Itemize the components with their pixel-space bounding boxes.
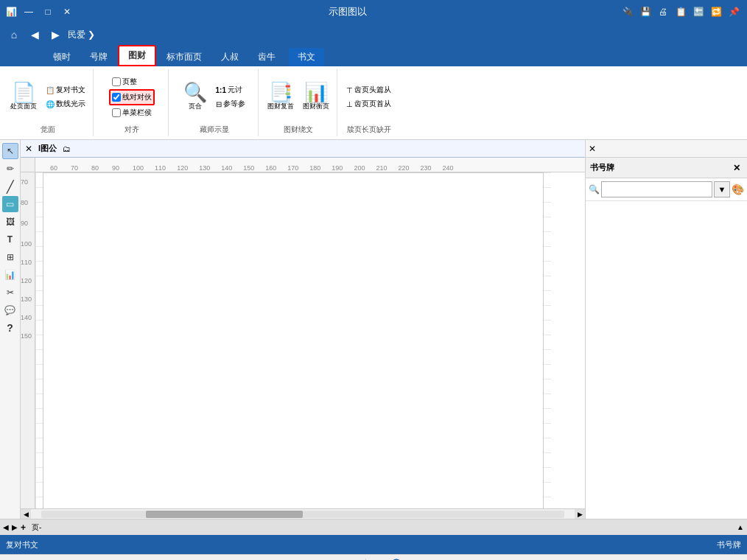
ribbon-group-show: 页整 线对对伙 单菜栏侯 对齐: [95, 69, 169, 136]
page-num-icon: 📊: [304, 83, 328, 102]
scroll-right-btn[interactable]: ▶: [575, 509, 585, 519]
tool-clip[interactable]: ✂: [2, 284, 18, 301]
nav-forward-icon[interactable]: ▶: [47, 27, 63, 43]
tab-insert[interactable]: 号牌: [81, 48, 116, 66]
title-icon-save[interactable]: 💾: [638, 4, 653, 19]
zoom-icon: 🔍: [183, 83, 207, 102]
tool-rect[interactable]: ▭: [2, 196, 18, 212]
tool-pen[interactable]: ✏: [2, 161, 18, 177]
tool-help[interactable]: ?: [2, 320, 18, 336]
ribbon: 📄 处页面页 📋 复对书文 🌐 数线光示 觉面 页整: [0, 66, 747, 140]
right-panel-content: [586, 201, 747, 519]
right-panel-title: 书号牌: [590, 162, 614, 173]
h-scrollbar[interactable]: [41, 511, 564, 518]
tool-select[interactable]: ↖: [2, 143, 18, 159]
header-footer-btn[interactable]: 📑 图财复首: [264, 81, 297, 113]
canvas-topbar-close[interactable]: ✕: [25, 144, 32, 154]
first-page-footer-btn[interactable]: ⊥ 齿页页首从: [343, 97, 394, 111]
title-icon-undo[interactable]: 🔙: [691, 4, 706, 19]
gridlines-label: 线对对伙: [122, 92, 152, 102]
zoom-btn[interactable]: 🔍 页合: [180, 81, 210, 113]
ribbon-group-page-setup: ⊤ 齿页头篇从 ⊥ 齿页页首从 牍页长页缺开: [339, 69, 399, 136]
title-btn-maximize[interactable]: □: [41, 4, 55, 19]
tab-view[interactable]: 图财: [118, 45, 156, 66]
ruler-checkbox[interactable]: [112, 77, 121, 86]
ribbon-group-zoom-content: 🔍 页合 1:1 元讨 ⊟ 参等参: [180, 71, 248, 123]
review-label: 复对书文: [56, 85, 85, 95]
multi-page-btn[interactable]: ⊟ 参等参: [213, 97, 248, 111]
title-icon-clipboard[interactable]: 📋: [673, 4, 688, 19]
page-num-label: 图财衡页: [303, 102, 329, 111]
title-icon-plugin[interactable]: 🔌: [620, 4, 635, 19]
ps-col: ⊤ 齿页头篇从 ⊥ 齿页页首从: [343, 83, 394, 111]
tab-help[interactable]: 齿牛: [249, 48, 284, 66]
view-icon-grid[interactable]: ⊞: [3, 557, 18, 561]
ruler-label: 页整: [122, 77, 137, 87]
title-icon-redo[interactable]: 🔁: [709, 4, 723, 19]
review-btn[interactable]: 📋 复对书文: [43, 83, 88, 97]
page-num-btn[interactable]: 📊 图财衡页: [300, 81, 332, 113]
page-current-label: 页-: [32, 522, 41, 533]
ribbon-group-hf-label: 图财绕文: [264, 125, 332, 135]
right-panel-close-icon[interactable]: ✕: [731, 162, 743, 174]
tab-home[interactable]: 顿时: [44, 48, 80, 66]
nav-back-icon[interactable]: ◀: [27, 27, 43, 43]
tab-format[interactable]: 标市面页: [158, 48, 211, 66]
right-panel-close-btn[interactable]: ✕: [589, 144, 596, 154]
zoom-col: 1:1 元讨 ⊟ 参等参: [213, 83, 248, 111]
view-icon-dot[interactable]: •: [52, 557, 66, 561]
title-btn-minimize[interactable]: —: [21, 4, 36, 19]
right-panel-search-btn[interactable]: ▼: [714, 181, 730, 197]
ribbon-group-ps-content: ⊤ 齿页头篇从 ⊥ 齿页页首从: [343, 71, 394, 123]
canvas-topbar: ✕ I图公 🗂: [21, 140, 585, 158]
h-ruler-container: 60 70 80 90 100 110 120 130 140 150 160 …: [21, 158, 585, 172]
nav-pane-checkbox[interactable]: [112, 108, 121, 117]
right-panel-close-bar: ✕: [586, 140, 747, 158]
right-panel-color-icon[interactable]: 🎨: [732, 183, 744, 195]
title-btn-close[interactable]: ✕: [60, 4, 74, 19]
quick-access-bar: ⌂ ◀ ▶ 民爱 ❯: [0, 24, 747, 46]
zoom-label: 页合: [189, 102, 202, 111]
gridlines-btn[interactable]: 线对对伙: [109, 89, 155, 105]
nav-home-icon[interactable]: ⌂: [6, 27, 22, 43]
first-page-header-icon: ⊤: [346, 86, 353, 94]
zoom-100-btn[interactable]: 1:1 元讨: [213, 83, 248, 97]
ribbon-group-pages-label: 觉面: [7, 125, 88, 135]
tool-image[interactable]: 🖼: [2, 214, 18, 230]
tool-text[interactable]: T: [2, 231, 18, 248]
ribbon-group-show-content: 页整 线对对伙 单菜栏侯: [109, 71, 155, 123]
first-page-footer-icon: ⊥: [346, 100, 353, 108]
ribbon-col-show: 页整 线对对伙 单菜栏侯: [109, 75, 155, 119]
nav-pane-btn[interactable]: 单菜栏侯: [109, 106, 155, 119]
web-view-btn[interactable]: 🌐 数线光示: [43, 97, 88, 111]
tool-line[interactable]: ╱: [2, 178, 18, 195]
tab-write[interactable]: 书文: [289, 48, 324, 66]
page-nav-next[interactable]: ▶: [12, 523, 18, 531]
view-icon-outline[interactable]: □: [35, 557, 50, 561]
tool-chart[interactable]: 📊: [2, 267, 18, 283]
right-panel-search-input[interactable]: [601, 181, 712, 197]
tab-tools[interactable]: 人叔: [212, 48, 248, 66]
ruler-corner: [21, 158, 35, 172]
header-footer-icon: 📑: [269, 83, 292, 102]
page-nav-up[interactable]: ▲: [737, 523, 744, 531]
view-icon-page[interactable]: 🖼: [19, 557, 34, 561]
title-icon-print[interactable]: 🖨: [656, 4, 670, 19]
multi-page-label: 参等参: [223, 99, 245, 109]
main-area: ↖ ✏ ╱ ▭ 🖼 T ⊞ 📊 ✂ 💬 ? ✕ I图公 🗂 60 70 80: [0, 140, 747, 519]
first-page-header-btn[interactable]: ⊤ 齿页头篇从: [343, 83, 394, 97]
page-nav-prev[interactable]: ◀: [3, 523, 9, 531]
gridlines-checkbox[interactable]: [112, 93, 121, 102]
ribbon-group-pages: 📄 处页面页 📋 复对书文 🌐 数线光示 觉面: [3, 69, 94, 136]
ruler-btn[interactable]: 页整: [109, 75, 155, 88]
title-bar-right: 🔌 💾 🖨 📋 🔙 🔁 📌: [620, 4, 741, 19]
tool-table[interactable]: ⊞: [2, 249, 18, 265]
normal-view-btn[interactable]: 📄 处页面页: [7, 81, 40, 113]
tool-comment[interactable]: 💬: [2, 302, 18, 318]
page-add-btn[interactable]: +: [21, 522, 26, 533]
scroll-left-btn[interactable]: ◀: [21, 509, 31, 519]
title-icon-pin[interactable]: 📌: [726, 4, 741, 19]
drawing-canvas[interactable]: [35, 172, 585, 508]
h-ruler-numbers: 60 70 80 90 100 110 120 130 140 150 160 …: [35, 164, 454, 172]
ribbon-group-pages-content: 📄 处页面页 📋 复对书文 🌐 数线光示: [7, 71, 88, 123]
